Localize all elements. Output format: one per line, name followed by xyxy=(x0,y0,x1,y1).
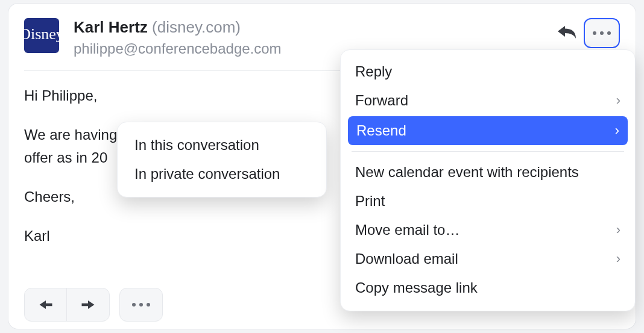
arrow-right-icon xyxy=(80,298,96,311)
sender-line: Karl Hertz (disney.com) xyxy=(74,18,282,37)
menu-move-email-to[interactable]: Move email to… › xyxy=(341,216,635,244)
bottom-more-button[interactable] xyxy=(119,288,163,322)
sender-block: Karl Hertz (disney.com) philippe@confere… xyxy=(74,18,282,57)
chevron-right-icon: › xyxy=(616,222,620,238)
reply-icon[interactable] xyxy=(556,23,578,43)
menu-forward[interactable]: Forward › xyxy=(341,86,635,115)
actions-menu: Reply Forward › Resend › New calendar ev… xyxy=(340,49,636,311)
submenu-in-private-conversation[interactable]: In private conversation xyxy=(118,160,326,188)
more-actions-button[interactable] xyxy=(584,18,620,48)
menu-copy-message-link[interactable]: Copy message link xyxy=(341,273,635,302)
menu-reply[interactable]: Reply xyxy=(341,57,635,86)
chevron-right-icon: › xyxy=(616,251,620,267)
sender-domain: (disney.com) xyxy=(152,18,241,36)
sender-name: Karl Hertz xyxy=(74,18,148,36)
submenu-in-this-conversation[interactable]: In this conversation xyxy=(118,131,326,160)
avatar: Disney xyxy=(24,18,59,53)
nav-button-group xyxy=(24,288,110,322)
resend-submenu: In this conversation In private conversa… xyxy=(117,122,327,198)
menu-new-calendar-event[interactable]: New calendar event with recipients xyxy=(341,158,635,187)
menu-download-email[interactable]: Download email › xyxy=(341,244,635,273)
menu-print[interactable]: Print xyxy=(341,187,635,216)
arrow-left-icon xyxy=(37,298,54,311)
menu-separator xyxy=(352,151,624,152)
recipient-line: philippe@conferencebadge.com xyxy=(74,40,282,57)
bottom-toolbar xyxy=(24,288,163,322)
chevron-right-icon: › xyxy=(616,93,620,108)
top-actions xyxy=(556,18,620,48)
menu-resend[interactable]: Resend › xyxy=(348,116,628,145)
avatar-label: Disney xyxy=(19,25,64,43)
next-button[interactable] xyxy=(67,288,109,321)
prev-button[interactable] xyxy=(25,288,67,321)
more-icon xyxy=(132,303,150,307)
more-icon xyxy=(593,31,611,35)
chevron-right-icon: › xyxy=(615,123,619,138)
